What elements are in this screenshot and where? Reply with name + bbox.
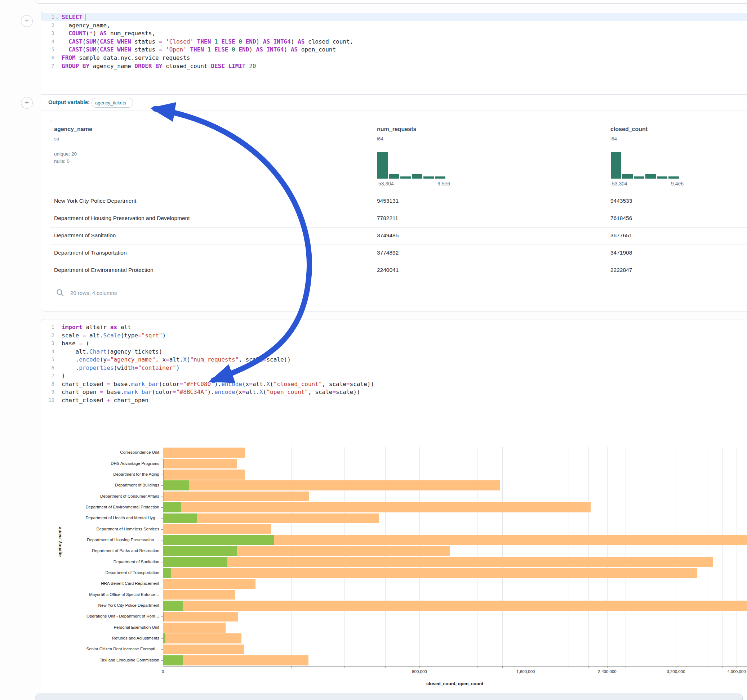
code-line[interactable]: 2scale = alt.Scale(type="sqrt") [41,331,747,339]
row-divider [50,210,747,210]
table-cell: Department of Housing Preservation and D… [54,215,190,222]
code-text: ) [62,372,65,380]
output-variable-pill[interactable]: agency_tickets [92,98,133,108]
histogram-bar [435,177,445,179]
add-cell-button-top[interactable]: + [21,15,33,27]
line-number: 4 [41,38,54,46]
code-line[interactable]: 10chart_closed + chart_open [41,396,747,404]
y-axis-tick [161,649,163,650]
y-axis-label: Mayorâ€ s Office of Special Enforce… [89,592,159,597]
code-text: GROUP BY agency_name ORDER BY closed_cou… [62,62,256,70]
gridline [385,447,386,666]
next-cell-strip[interactable] [35,694,742,700]
code-text: CAST(SUM(CASE WHEN status = 'Closed' THE… [62,38,353,46]
open-count-bar [163,612,164,622]
code-text: agency_name, [62,21,110,30]
code-line[interactable]: 6FROM sample_data.nyc.service_requests [41,54,747,62]
y-axis-label: Department of Sanitation [113,560,159,564]
python-code-editor[interactable]: 1import altair as alt2scale = alt.Scale(… [41,319,747,406]
histogram-bar [423,177,434,179]
code-line[interactable]: 4 CAST(SUM(CASE WHEN status = 'Closed' T… [41,38,747,46]
code-line[interactable]: 1import altair as alt [41,323,747,331]
histogram-min-label: 53,304 [378,181,394,187]
gridline [526,447,526,666]
add-cell-button-output[interactable]: + [21,97,33,109]
code-text: chart_closed = base.mark_bar(color="#FFC… [62,380,374,388]
column-header[interactable]: agency_name [54,126,92,133]
y-axis-label: Department of Environmental Protection [85,505,159,509]
table-footer-divider [50,280,747,280]
x-axis-tick-label: 0 [162,669,164,674]
line-number: 2 [41,331,54,339]
gridline [450,447,450,666]
previous-cell-remnant [35,0,747,4]
gridline [692,447,692,666]
table-cell: 3677651 [611,232,632,239]
x-axis-tick-label: 3,200,000 [667,669,685,674]
closed-count-bar [163,524,271,534]
line-number: 5 [41,355,54,364]
code-line[interactable]: 4 alt.Chart(agency_tickets) [41,347,747,356]
row-divider [50,244,747,245]
x-axis-tick [163,666,163,668]
search-icon[interactable] [56,289,64,298]
code-line[interactable]: 7GROUP BY agency_name ORDER BY closed_co… [41,62,747,70]
y-axis-tick [161,595,163,595]
column-header[interactable]: closed_count [611,126,647,133]
code-text: FROM sample_data.nyc.service_requests [62,54,190,62]
code-line[interactable]: 7) [41,372,747,380]
line-number: 4 [41,347,54,356]
closed-count-bar [163,469,245,480]
open-count-bar [163,655,183,665]
y-axis-label: Correspondence Unit [120,450,159,454]
x-axis-line [163,666,747,667]
code-line[interactable]: 1⌄SELECT [41,13,747,21]
code-line[interactable]: 3 COUNT(*) AS num_requests, [41,29,747,38]
altair-chart-output: Correspondence UnitDHS Advantage Program… [41,406,747,700]
table-cell: Department of Sanitation [54,232,116,239]
y-axis-tick [161,638,163,639]
gridline [707,447,708,666]
y-axis-tick [161,475,163,475]
fold-chevron-icon[interactable]: ⌄ [54,14,59,22]
code-line[interactable]: 3⌄base = ( [41,339,747,347]
y-axis-tick [161,464,163,464]
x-axis-tick-label: 1,600,000 [516,669,535,674]
fold-chevron-icon[interactable]: ⌄ [54,340,59,348]
column-header[interactable]: num_requests [377,126,416,133]
histogram-bar [646,174,656,179]
code-line[interactable]: 5 .encode(y="agency_name", x=alt.X("num_… [41,355,747,364]
closed-count-bar [163,502,591,512]
histogram-bar [634,177,644,179]
open-count-bar [163,568,171,578]
x-axis-tick [569,666,569,668]
column-stat: unique: 20 [54,151,77,157]
code-line[interactable]: 9chart_open = base.mark_bar(color="#8BC3… [41,388,747,396]
gridline [548,447,548,666]
y-axis-tick [161,518,163,519]
sql-code-editor[interactable]: 1⌄SELECT2 agency_name,3 COUNT(*) AS num_… [41,11,747,94]
histogram-bar [657,177,667,179]
y-axis-label: Taxi and Limousine Commission [100,658,159,662]
table-cell: Department of Transportation [54,249,127,256]
x-axis-tick [607,666,608,668]
code-line[interactable]: 2 agency_name, [41,21,747,30]
column-type: str [54,136,59,142]
code-line[interactable]: 6 .properties(width="container") [41,364,747,372]
column-type: i64 [377,136,383,142]
y-axis-label: Department of Health and Mental Hyg… [85,516,159,520]
line-number: 5 [41,45,54,54]
y-axis-label: Department of Consumer Affairs [100,494,159,498]
code-line[interactable]: 5 CAST(SUM(CASE WHEN status = 'Open' THE… [41,45,747,54]
gridline [344,447,345,666]
line-number: 7 [41,372,54,380]
closed-count-bar [163,459,237,469]
closed-count-bar [163,600,747,611]
code-line[interactable]: 8chart_closed = base.mark_bar(color="#FF… [41,380,747,388]
line-number: 6 [41,364,54,372]
y-axis-tick [161,540,163,540]
sql-cell: 1⌄SELECT2 agency_name,3 COUNT(*) AS num_… [41,11,747,311]
line-number: 9 [41,388,54,396]
y-axis-tick [161,496,163,497]
x-axis-tick [526,666,526,668]
